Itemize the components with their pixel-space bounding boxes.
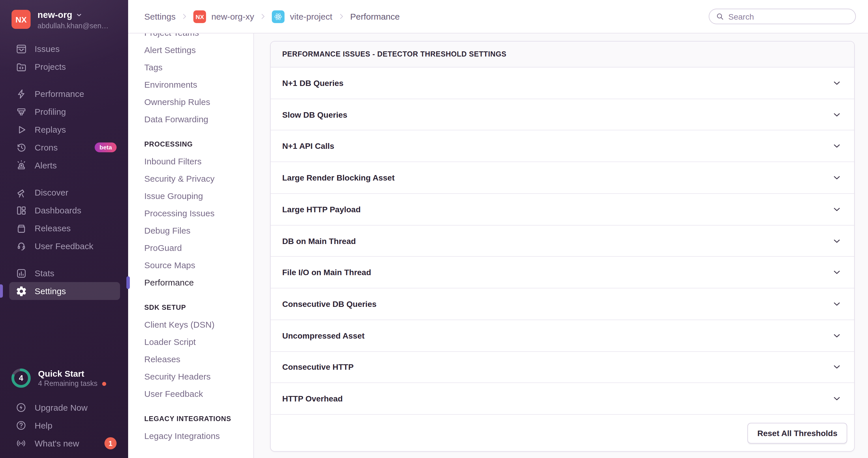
quickstart-title: Quick Start — [38, 369, 106, 379]
detector-row-http-overhead[interactable]: HTTP Overhead — [271, 383, 854, 415]
issues-icon — [16, 43, 27, 55]
settings-nav-item-debug-files[interactable]: Debug Files — [128, 222, 253, 239]
sidebar-item-label: Dashboards — [35, 205, 82, 215]
chevron-down-icon[interactable] — [832, 236, 841, 246]
react-logo-icon — [272, 10, 285, 23]
settings-nav-item-user-feedback[interactable]: User Feedback — [128, 385, 253, 403]
sidebar-item-label: Stats — [35, 268, 54, 278]
settings-nav-section-legacy-integrations: LEGACY INTEGRATIONS — [128, 410, 253, 427]
quick-start-widget[interactable]: 4 Quick Start 4 Remaining tasks — [0, 367, 128, 389]
sidebar-bottom: 4 Quick Start 4 Remaining tasks Upgrade … — [0, 367, 128, 452]
app-root: NX new-org abdullah.khan@sen… Issues — [0, 0, 868, 458]
org-avatar: NX — [11, 10, 31, 29]
settings-nav-section-sdk-setup: SDK SETUP — [128, 299, 253, 316]
chevron-down-icon[interactable] — [832, 205, 841, 214]
topbar: Settings NX new-org-xy vite-project Perf… — [128, 0, 868, 33]
chevron-down-icon[interactable] — [832, 363, 841, 372]
sidebar-item-discover[interactable]: Discover — [0, 184, 128, 201]
detector-row-slow-db-queries[interactable]: Slow DB Queries — [271, 99, 854, 130]
breadcrumb-separator-icon — [181, 13, 188, 20]
chevron-down-icon[interactable] — [832, 173, 841, 182]
detector-row-db-on-main-thread[interactable]: DB on Main Thread — [271, 225, 854, 257]
settings-nav-item-data-forwarding[interactable]: Data Forwarding — [128, 111, 253, 128]
sidebar-item-performance[interactable]: Performance — [0, 85, 128, 103]
help-icon — [16, 420, 27, 431]
sidebar-item-releases[interactable]: Releases — [0, 219, 128, 237]
progress-ring: 4 — [10, 367, 32, 389]
settings-nav-item-source-maps[interactable]: Source Maps — [128, 257, 253, 274]
settings-nav-item-processing-issues[interactable]: Processing Issues — [128, 205, 253, 222]
settings-nav-item-inbound-filters[interactable]: Inbound Filters — [128, 153, 253, 170]
replays-icon — [16, 124, 27, 135]
chevron-down-icon[interactable] — [832, 110, 841, 119]
detector-row-large-http-payload[interactable]: Large HTTP Payload — [271, 194, 854, 225]
sidebar-item-label: User Feedback — [35, 241, 93, 251]
org-switcher[interactable]: NX new-org abdullah.khan@sen… — [0, 0, 128, 30]
sidebar-item-alerts[interactable]: Alerts — [0, 156, 128, 174]
sidebar-item-label: Performance — [35, 89, 84, 99]
chevron-down-icon[interactable] — [832, 394, 841, 403]
chevron-down-icon[interactable] — [832, 78, 841, 88]
sidebar-item-label: Alerts — [35, 160, 57, 170]
sidebar-item-whats-new[interactable]: What's new 1 — [0, 434, 128, 452]
search-input[interactable] — [728, 12, 849, 21]
sidebar-item-dashboards[interactable]: Dashboards — [0, 201, 128, 219]
settings-nav-item-proguard[interactable]: ProGuard — [128, 239, 253, 257]
settings-nav-item-environments[interactable]: Environments — [128, 76, 253, 93]
detector-row-consecutive-db-queries[interactable]: Consecutive DB Queries — [271, 288, 854, 320]
settings-nav-item-legacy-integrations[interactable]: Legacy Integrations — [128, 427, 253, 445]
detector-row-large-render-blocking-asset[interactable]: Large Render Blocking Asset — [271, 162, 854, 194]
chevron-down-icon[interactable] — [832, 268, 841, 277]
settings-nav-item-client-keys[interactable]: Client Keys (DSN) — [128, 316, 253, 333]
main-content: PERFORMANCE ISSUES - DETECTOR THRESHOLD … — [254, 33, 868, 458]
sidebar-item-label: Help — [35, 421, 53, 430]
breadcrumb-settings[interactable]: Settings — [144, 11, 176, 21]
settings-nav-item-ownership-rules[interactable]: Ownership Rules — [128, 93, 253, 111]
sidebar-item-issues[interactable]: Issues — [0, 40, 128, 58]
beta-badge: beta — [95, 142, 117, 152]
breadcrumb-separator-icon — [259, 13, 267, 20]
alerts-icon — [16, 160, 27, 171]
sidebar-item-crons[interactable]: Crons beta — [0, 138, 128, 156]
breadcrumb-current-page: Performance — [350, 11, 400, 21]
active-nav-indicator — [126, 276, 130, 289]
sidebar-item-stats[interactable]: Stats — [0, 264, 128, 282]
chevron-down-icon[interactable] — [832, 142, 841, 151]
settings-nav-item-issue-grouping[interactable]: Issue Grouping — [128, 188, 253, 205]
detector-row-n1-db-queries[interactable]: N+1 DB Queries — [271, 67, 854, 99]
sidebar-item-label: Upgrade Now — [35, 403, 87, 413]
sidebar-item-projects[interactable]: Projects — [0, 58, 128, 75]
reset-all-thresholds-button[interactable]: Reset All Thresholds — [748, 423, 847, 443]
sidebar-item-label: What's new — [35, 438, 79, 448]
sidebar-item-replays[interactable]: Replays — [0, 121, 128, 138]
chevron-down-icon[interactable] — [832, 331, 841, 340]
sidebar-item-upgrade-now[interactable]: Upgrade Now — [0, 399, 128, 417]
crons-icon — [16, 142, 27, 153]
settings-nav-item-performance[interactable]: Performance — [128, 274, 253, 291]
settings-nav-section-processing: PROCESSING — [128, 136, 253, 153]
settings-nav-item-security-headers[interactable]: Security Headers — [128, 368, 253, 385]
detector-row-n1-api-calls[interactable]: N+1 API Calls — [271, 131, 854, 162]
settings-nav-item-security-privacy[interactable]: Security & Privacy — [128, 170, 253, 188]
detector-row-consecutive-http[interactable]: Consecutive HTTP — [271, 352, 854, 383]
sidebar-item-profiling[interactable]: Profiling — [0, 103, 128, 121]
user-email: abdullah.khan@sen… — [37, 22, 108, 30]
chevron-down-icon[interactable] — [832, 299, 841, 308]
breadcrumb-project[interactable]: vite-project — [290, 11, 333, 21]
main-sidebar: NX new-org abdullah.khan@sen… Issues — [0, 0, 128, 458]
sidebar-item-settings[interactable]: Settings — [9, 282, 120, 300]
detector-row-uncompressed-asset[interactable]: Uncompressed Asset — [271, 320, 854, 352]
projects-icon — [16, 61, 27, 72]
settings-nav-item-alert-settings[interactable]: Alert Settings — [128, 41, 253, 59]
breadcrumb-org[interactable]: new-org-xy — [211, 11, 254, 21]
whats-new-badge: 1 — [104, 437, 117, 449]
panel-title: PERFORMANCE ISSUES - DETECTOR THRESHOLD … — [271, 41, 854, 67]
active-route-indicator — [0, 284, 3, 298]
settings-nav-item-releases[interactable]: Releases — [128, 351, 253, 368]
detector-row-file-io-on-main-thread[interactable]: File I/O on Main Thread — [271, 257, 854, 288]
settings-nav-item-loader-script[interactable]: Loader Script — [128, 333, 253, 351]
sidebar-nav: Issues Projects Performance — [0, 40, 128, 300]
settings-nav-item-tags[interactable]: Tags — [128, 59, 253, 76]
sidebar-item-help[interactable]: Help — [0, 417, 128, 434]
sidebar-item-user-feedback[interactable]: User Feedback — [0, 237, 128, 255]
